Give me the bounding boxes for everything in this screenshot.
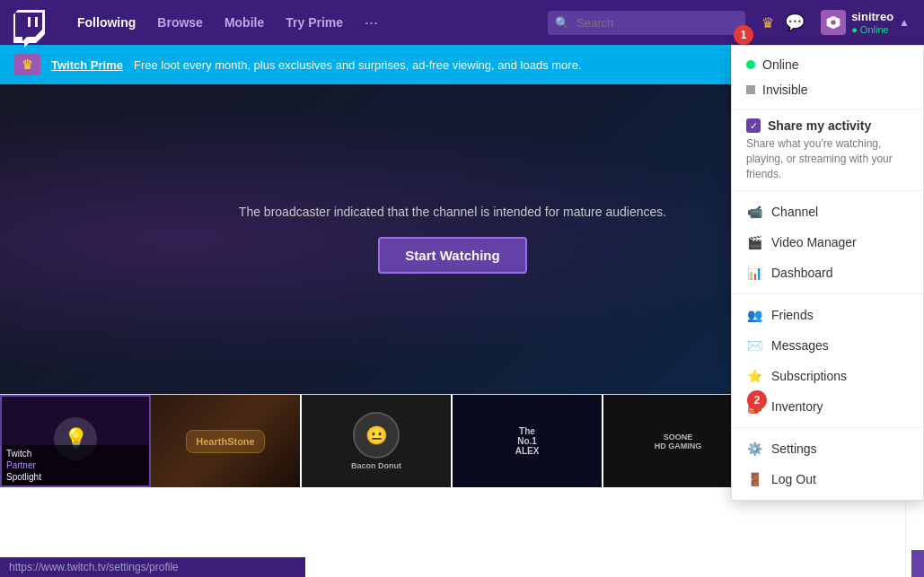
svg-point-2 <box>831 20 836 25</box>
top-navigation: Following Browse Mobile Try Prime ··· 🔍 … <box>0 0 924 45</box>
status-options: Online Invisible <box>732 46 923 109</box>
status-invisible-option[interactable]: Invisible <box>746 80 909 100</box>
svg-rect-1 <box>35 17 38 27</box>
nav-try-prime[interactable]: Try Prime <box>277 10 352 35</box>
settings-icon: ⚙️ <box>746 441 762 457</box>
dashboard-icon: 📊 <box>746 265 762 281</box>
search-wrapper: 🔍 <box>548 11 745 35</box>
friends-label: Friends <box>771 308 814 322</box>
nav-following[interactable]: Following <box>68 10 145 35</box>
thumb-label-1: Twitch Partner Spotlight <box>2 445 149 485</box>
subscriptions-icon: ⭐ <box>746 368 762 384</box>
share-activity-section: ✓ Share my activity Share what you're wa… <box>732 109 923 191</box>
user-info: sinitreo ● Online <box>851 10 893 35</box>
dropdown-arrow-icon: ▲ <box>899 16 910 29</box>
user-menu-trigger[interactable]: sinitreo ● Online ▲ <box>815 6 915 39</box>
thumb-inner-2: HearthStone <box>151 395 300 487</box>
online-label: Online <box>762 57 798 72</box>
twitch-logo[interactable] <box>9 6 54 39</box>
video-manager-label: Video Manager <box>771 235 857 249</box>
film-icon: 🎬 <box>746 234 762 250</box>
user-avatar <box>821 10 846 35</box>
scrollbar-corner[interactable] <box>911 550 924 577</box>
menu-group-1: 📹 Channel 🎬 Video Manager 📊 Dashboard <box>732 191 923 294</box>
status-bar: https://www.twitch.tv/settings/profile <box>0 557 305 577</box>
thumbnail-2[interactable]: HearthStone <box>151 395 302 487</box>
menu-video-manager[interactable]: 🎬 Video Manager <box>732 227 923 258</box>
thumbnail-3[interactable]: 😐 Bacon Donut <box>302 395 453 487</box>
user-dropdown-menu: Online Invisible ✓ Share my activity Sha… <box>731 45 924 501</box>
thumbnail-4[interactable]: TheNo.1ALEX <box>453 395 603 487</box>
menu-group-2: 👥 Friends ✉️ Messages ⭐ Subscriptions 🎒 … <box>732 294 923 428</box>
checkmark-icon: ✓ <box>750 120 758 132</box>
share-header: ✓ Share my activity <box>746 118 909 133</box>
thumbnail-1[interactable]: 💡 Twitch Partner Spotlight <box>0 395 151 487</box>
thumb-inner-4: TheNo.1ALEX <box>453 395 602 487</box>
share-checkbox[interactable]: ✓ <box>746 118 761 133</box>
start-watching-button[interactable]: Start Watching <box>378 237 526 274</box>
status-url: https://www.twitch.tv/settings/profile <box>9 561 179 573</box>
share-description: Share what you're watching, playing, or … <box>746 136 909 181</box>
settings-label: Settings <box>771 441 817 456</box>
prime-banner-text: Free loot every month, plus exclusives a… <box>134 58 582 72</box>
nav-mobile[interactable]: Mobile <box>216 10 273 35</box>
friends-icon: 👥 <box>746 307 762 323</box>
logout-label: Log Out <box>771 472 816 486</box>
svg-rect-0 <box>28 17 31 27</box>
status-online-option[interactable]: Online <box>746 55 909 74</box>
nav-links: Following Browse Mobile Try Prime ··· <box>68 8 539 38</box>
messages-icon: ✉️ <box>746 337 762 354</box>
messages-label: Messages <box>771 338 829 353</box>
share-title: Share my activity <box>768 118 871 133</box>
prime-crown-icon: ♛ <box>14 54 40 75</box>
invisible-label: Invisible <box>762 83 808 97</box>
crown-icon[interactable]: ♛ <box>761 14 774 31</box>
search-input[interactable] <box>548 11 745 35</box>
nav-more[interactable]: ··· <box>356 8 387 38</box>
twitch-prime-link[interactable]: Twitch Prime <box>51 58 123 72</box>
menu-messages[interactable]: ✉️ Messages <box>732 330 923 361</box>
video-camera-icon: 📹 <box>746 204 762 220</box>
inventory-label: Inventory <box>771 399 823 414</box>
menu-friends[interactable]: 👥 Friends <box>732 300 923 330</box>
menu-inventory[interactable]: 🎒 Inventory <box>732 391 923 422</box>
menu-subscriptions[interactable]: ⭐ Subscriptions <box>732 361 923 391</box>
menu-logout[interactable]: 🚪 Log Out <box>732 464 923 494</box>
dashboard-label: Dashboard <box>771 266 833 280</box>
subscriptions-label: Subscriptions <box>771 369 847 383</box>
online-dot-icon <box>746 60 755 69</box>
channel-label: Channel <box>771 205 818 219</box>
search-icon: 🔍 <box>555 16 569 30</box>
invisible-dot-icon <box>746 85 755 94</box>
thumb-inner-3: 😐 Bacon Donut <box>302 395 451 487</box>
menu-dashboard[interactable]: 📊 Dashboard <box>732 258 923 288</box>
menu-channel[interactable]: 📹 Channel <box>732 197 923 227</box>
logout-icon: 🚪 <box>746 471 762 487</box>
menu-group-3: ⚙️ Settings 🚪 Log Out <box>732 428 923 500</box>
nav-browse[interactable]: Browse <box>148 10 212 35</box>
menu-settings[interactable]: ⚙️ Settings <box>732 433 923 464</box>
username: sinitreo <box>851 10 893 24</box>
nav-right: ♛ 💬 sinitreo ● Online ▲ <box>761 6 915 39</box>
inventory-icon: 🎒 <box>746 398 762 415</box>
user-status: ● Online <box>851 24 893 35</box>
mature-message: The broadcaster indicated that the chann… <box>239 205 666 219</box>
chat-icon[interactable]: 💬 <box>785 13 805 32</box>
mature-content-overlay: The broadcaster indicated that the chann… <box>239 205 666 274</box>
